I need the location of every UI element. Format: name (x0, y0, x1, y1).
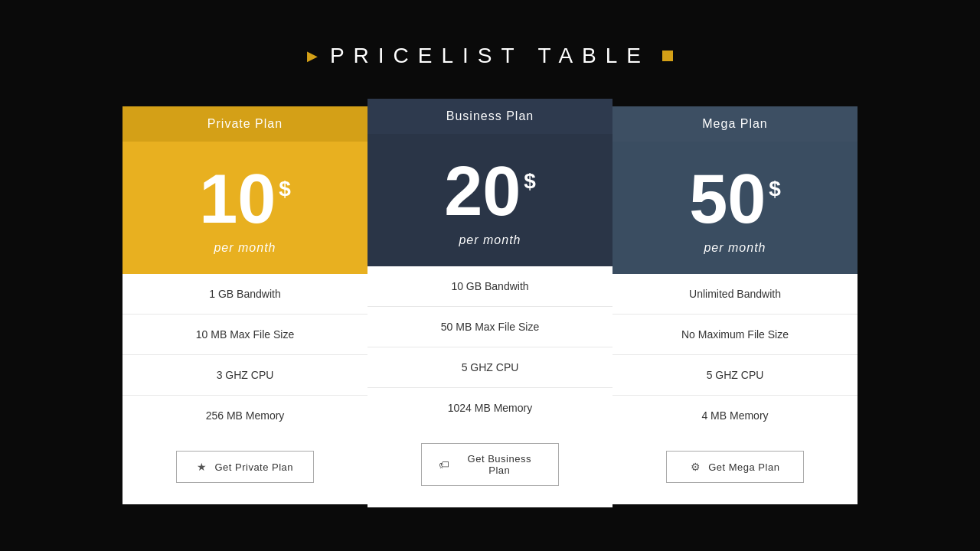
private-price-period: per month (214, 241, 276, 255)
mega-feature-1: Unlimited Bandwith (612, 274, 858, 315)
private-feature-1: 1 GB Bandwith (122, 274, 368, 315)
business-feature-1: 10 GB Bandwith (368, 266, 612, 307)
title-arrow-icon: ▶ (307, 47, 318, 64)
business-price-row: 20 $ (444, 157, 536, 226)
mega-price-section: 50 $ per month (612, 142, 858, 274)
business-price-number: 20 (444, 157, 521, 226)
card-private: Private Plan 10 $ per month 1 GB Bandwit… (122, 106, 368, 504)
private-feature-2: 10 MB Max File Size (122, 315, 368, 355)
private-price-currency: $ (279, 177, 291, 201)
private-header: Private Plan (122, 106, 368, 142)
mega-price-number: 50 (689, 165, 766, 233)
private-button-label: Get Private Plan (214, 461, 293, 473)
page-title-row: ▶ PRICELIST TABLE (307, 44, 673, 68)
page-title: PRICELIST TABLE (330, 44, 650, 68)
business-header: Business Plan (368, 99, 612, 134)
private-price-number: 10 (199, 165, 276, 233)
private-plan-name: Private Plan (207, 117, 283, 130)
mega-feature-3: 5 GHZ CPU (612, 355, 858, 396)
cards-container: Private Plan 10 $ per month 1 GB Bandwit… (122, 106, 858, 507)
card-business: Business Plan 20 $ per month 10 GB Bandw… (368, 99, 612, 507)
business-plan-name: Business Plan (446, 109, 534, 122)
business-price-section: 20 $ per month (368, 134, 612, 266)
get-mega-plan-button[interactable]: ⚙ Get Mega Plan (666, 451, 804, 483)
private-button-icon: ★ (197, 461, 207, 473)
business-price-period: per month (459, 233, 521, 247)
private-button-section: ★ Get Private Plan (122, 435, 368, 504)
mega-button-label: Get Mega Plan (708, 461, 779, 473)
mega-feature-4: 4 MB Memory (612, 396, 858, 435)
private-feature-4: 256 MB Memory (122, 396, 368, 435)
mega-plan-name: Mega Plan (702, 117, 768, 130)
private-price-section: 10 $ per month (122, 142, 368, 274)
mega-price-currency: $ (769, 177, 781, 201)
business-price-currency: $ (524, 169, 536, 194)
mega-button-icon: ⚙ (691, 461, 701, 473)
private-features: 1 GB Bandwith 10 MB Max File Size 3 GHZ … (122, 274, 368, 435)
get-private-plan-button[interactable]: ★ Get Private Plan (176, 451, 314, 483)
business-feature-2: 50 MB Max File Size (368, 307, 612, 347)
business-feature-3: 5 GHZ CPU (368, 347, 612, 388)
business-button-section: 🏷 Get Business Plan (368, 428, 612, 507)
business-button-icon: 🏷 (439, 458, 450, 471)
title-square-icon (662, 51, 673, 61)
mega-header: Mega Plan (612, 106, 858, 142)
mega-price-row: 50 $ (689, 165, 781, 233)
mega-feature-2: No Maximum File Size (612, 315, 858, 355)
mega-price-period: per month (704, 241, 766, 255)
mega-features: Unlimited Bandwith No Maximum File Size … (612, 274, 858, 435)
business-feature-4: 1024 MB Memory (368, 388, 612, 428)
private-feature-3: 3 GHZ CPU (122, 355, 368, 396)
card-mega: Mega Plan 50 $ per month Unlimited Bandw… (612, 106, 858, 504)
get-business-plan-button[interactable]: 🏷 Get Business Plan (421, 443, 559, 486)
business-button-label: Get Business Plan (458, 453, 542, 476)
private-price-row: 10 $ (199, 165, 291, 233)
business-features: 10 GB Bandwith 50 MB Max File Size 5 GHZ… (368, 266, 612, 428)
mega-button-section: ⚙ Get Mega Plan (612, 435, 858, 504)
